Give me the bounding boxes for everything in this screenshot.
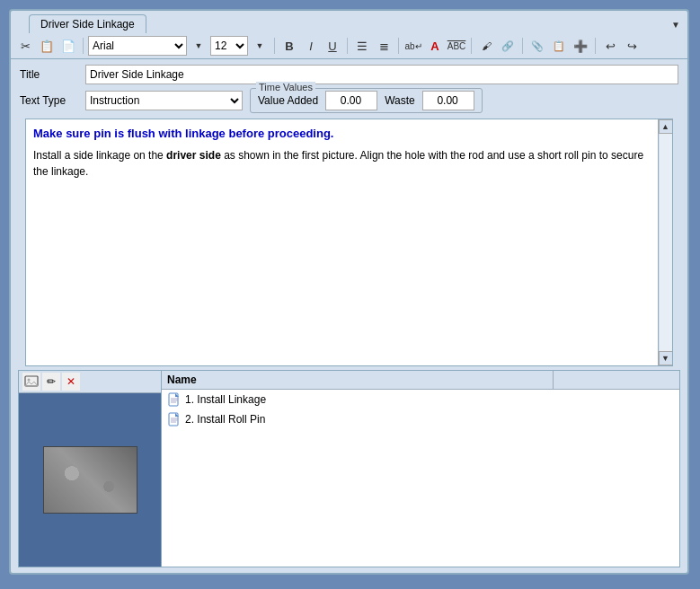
list-col-name-header: Name — [162, 371, 554, 389]
bottom-section: ✏ ✕ Name — [18, 370, 680, 567]
edit-image-button[interactable]: ✏ — [42, 373, 60, 391]
time-values-group: Time Values Value Added Waste — [250, 88, 483, 113]
list-item-icon-2 — [167, 412, 182, 426]
list-col-extra-header — [554, 371, 679, 389]
highlight-button[interactable]: ABC — [447, 36, 466, 56]
title-input[interactable] — [85, 65, 678, 84]
attach1-button[interactable]: 📎 — [527, 36, 547, 56]
waste-input[interactable] — [422, 91, 474, 110]
add-image-icon — [24, 374, 39, 389]
link-button[interactable]: 🔗 — [498, 36, 518, 56]
add-image-button[interactable] — [22, 373, 40, 391]
driver-side-linkage-tab[interactable]: Driver Side Linkage — [29, 14, 146, 33]
sep1 — [83, 38, 84, 54]
scroll-up-arrow[interactable]: ▲ — [659, 119, 673, 134]
waste-label: Waste — [385, 94, 415, 107]
delete-image-button[interactable]: ✕ — [62, 373, 80, 391]
list-item[interactable]: 1. Install Linkage — [162, 390, 679, 409]
list-header: Name — [162, 371, 679, 390]
image-area — [19, 393, 161, 567]
image-panel: ✏ ✕ — [18, 370, 162, 567]
title-row: Title — [20, 65, 678, 84]
time-values-legend: Time Values — [256, 82, 315, 92]
list-item[interactable]: 2. Install Roll Pin — [162, 409, 679, 429]
sep7 — [595, 38, 596, 54]
editor-bold-line: Make sure pin is flush with linkage befo… — [33, 127, 654, 140]
editor-body-text[interactable]: Install a side linkage on the driver sid… — [33, 147, 654, 180]
doc-icon-2 — [168, 412, 181, 426]
main-content: Title Text Type Instruction Note Warning… — [11, 59, 687, 575]
list-body[interactable]: 1. Install Linkage 2. Ins — [162, 390, 679, 567]
font-name-select[interactable]: Arial — [88, 36, 187, 56]
main-window: Driver Side Linkage ▼ ✂ 📋 📄 Arial ▼ 12 ▼… — [9, 9, 689, 575]
undo-button[interactable]: ↩ — [600, 36, 620, 56]
sep3 — [347, 38, 348, 54]
sep5 — [471, 38, 472, 54]
list-item-icon-1 — [167, 392, 182, 407]
sep2 — [274, 38, 275, 54]
editor-content[interactable]: Make sure pin is flush with linkage befo… — [26, 119, 672, 187]
form-area: Title Text Type Instruction Note Warning… — [11, 59, 687, 119]
font-color-button[interactable]: A — [425, 36, 445, 56]
thumbnail-image — [43, 446, 137, 514]
svg-point-1 — [28, 379, 31, 382]
italic-button[interactable]: I — [301, 36, 321, 56]
list-item-label-1: 1. Install Linkage — [185, 393, 266, 406]
paint-button[interactable]: 🖌 — [476, 36, 496, 56]
doc-icon-1 — [168, 392, 181, 407]
value-added-input[interactable] — [325, 91, 377, 110]
tab-dropdown-arrow[interactable]: ▼ — [671, 20, 680, 30]
tab-bar: Driver Side Linkage ▼ — [11, 11, 687, 33]
text-type-label: Text Type — [20, 94, 78, 107]
ul-list-button[interactable]: ☰ — [352, 36, 372, 56]
text-type-select[interactable]: Instruction Note Warning Caution — [85, 91, 243, 110]
list-panel: Name 1. — [162, 370, 680, 567]
font-size-select[interactable]: 12 — [210, 36, 248, 56]
redo-button[interactable]: ↪ — [622, 36, 642, 56]
bold-button[interactable]: B — [279, 36, 299, 56]
sep6 — [522, 38, 523, 54]
cut-button[interactable]: ✂ — [15, 36, 35, 56]
sep4 — [398, 38, 399, 54]
value-added-label: Value Added — [258, 94, 318, 107]
font-size-dropdown-btn[interactable]: ▼ — [250, 36, 270, 56]
text-type-row: Text Type Instruction Note Warning Cauti… — [20, 88, 678, 113]
toolbar: ✂ 📋 📄 Arial ▼ 12 ▼ B I U ☰ ≣ ab↵ A ABC 🖌… — [11, 33, 687, 59]
editor-container: Make sure pin is flush with linkage befo… — [25, 119, 673, 366]
scroll-down-arrow[interactable]: ▼ — [659, 351, 673, 365]
thumb-inner — [44, 447, 137, 513]
ol-list-button[interactable]: ≣ — [374, 36, 394, 56]
add-item-button[interactable]: ➕ — [571, 36, 590, 56]
list-item-label-2: 2. Install Roll Pin — [185, 413, 265, 426]
underline-button[interactable]: U — [323, 36, 342, 56]
scroll-track[interactable] — [660, 134, 672, 351]
attach2-button[interactable]: 📋 — [549, 36, 569, 56]
spell-check-button[interactable]: ab↵ — [403, 36, 423, 56]
tab-label: Driver Side Linkage — [40, 18, 135, 31]
font-name-dropdown-btn[interactable]: ▼ — [189, 36, 208, 56]
copy-button[interactable]: 📋 — [37, 36, 57, 56]
paste-button[interactable]: 📄 — [58, 36, 78, 56]
title-label: Title — [20, 68, 78, 81]
image-toolbar: ✏ ✕ — [19, 371, 161, 393]
editor-scrollbar[interactable]: ▲ ▼ — [658, 119, 672, 365]
